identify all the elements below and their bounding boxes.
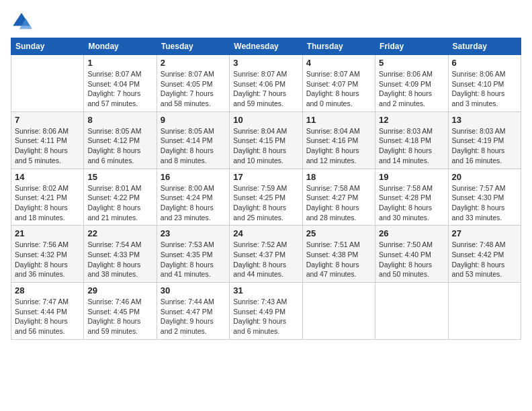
day-header-monday: Monday [84, 38, 157, 55]
day-cell: 15Sunrise: 8:01 AM Sunset: 4:22 PM Dayli… [84, 169, 157, 226]
day-cell: 1Sunrise: 8:07 AM Sunset: 4:04 PM Daylig… [84, 55, 157, 112]
day-number: 3 [233, 58, 298, 68]
day-cell [302, 283, 375, 340]
week-row-5: 28Sunrise: 7:47 AM Sunset: 4:44 PM Dayli… [11, 283, 521, 340]
day-info: Sunrise: 8:01 AM Sunset: 4:22 PM Dayligh… [87, 183, 152, 223]
day-cell: 24Sunrise: 7:52 AM Sunset: 4:37 PM Dayli… [230, 226, 302, 283]
day-info: Sunrise: 8:04 AM Sunset: 4:15 PM Dayligh… [233, 126, 298, 166]
day-info: Sunrise: 7:53 AM Sunset: 4:35 PM Dayligh… [161, 240, 226, 279]
day-info: Sunrise: 7:54 AM Sunset: 4:33 PM Dayligh… [87, 240, 152, 279]
day-number: 19 [379, 172, 444, 182]
day-info: Sunrise: 8:07 AM Sunset: 4:04 PM Dayligh… [87, 69, 152, 109]
day-number: 5 [379, 58, 444, 68]
day-info: Sunrise: 7:58 AM Sunset: 4:28 PM Dayligh… [379, 183, 444, 223]
day-number: 16 [161, 172, 226, 182]
day-number: 23 [161, 228, 226, 238]
day-number: 13 [452, 115, 517, 125]
day-cell: 14Sunrise: 8:02 AM Sunset: 4:21 PM Dayli… [11, 169, 84, 226]
week-row-1: 1Sunrise: 8:07 AM Sunset: 4:04 PM Daylig… [11, 55, 521, 112]
day-info: Sunrise: 7:59 AM Sunset: 4:25 PM Dayligh… [233, 183, 298, 223]
day-header-thursday: Thursday [302, 38, 375, 55]
day-cell: 16Sunrise: 8:00 AM Sunset: 4:24 PM Dayli… [157, 169, 229, 226]
day-number: 17 [233, 172, 298, 182]
day-number: 1 [87, 58, 152, 68]
day-info: Sunrise: 8:05 AM Sunset: 4:12 PM Dayligh… [87, 126, 152, 166]
day-info: Sunrise: 7:46 AM Sunset: 4:45 PM Dayligh… [87, 297, 152, 336]
day-number: 10 [233, 115, 298, 125]
day-info: Sunrise: 8:00 AM Sunset: 4:24 PM Dayligh… [161, 183, 226, 223]
day-cell: 20Sunrise: 7:57 AM Sunset: 4:30 PM Dayli… [448, 169, 521, 226]
week-row-3: 14Sunrise: 8:02 AM Sunset: 4:21 PM Dayli… [11, 169, 521, 226]
page-header [11, 11, 521, 32]
day-info: Sunrise: 7:43 AM Sunset: 4:49 PM Dayligh… [233, 297, 298, 336]
day-cell: 23Sunrise: 7:53 AM Sunset: 4:35 PM Dayli… [157, 226, 229, 283]
day-number: 27 [452, 228, 517, 238]
header-row: SundayMondayTuesdayWednesdayThursdayFrid… [11, 38, 521, 55]
day-info: Sunrise: 8:06 AM Sunset: 4:09 PM Dayligh… [379, 69, 444, 109]
day-cell: 21Sunrise: 7:56 AM Sunset: 4:32 PM Dayli… [11, 226, 84, 283]
day-info: Sunrise: 7:56 AM Sunset: 4:32 PM Dayligh… [15, 240, 80, 279]
day-cell: 7Sunrise: 8:06 AM Sunset: 4:11 PM Daylig… [11, 111, 84, 169]
day-cell [11, 55, 84, 112]
day-cell [448, 283, 521, 340]
day-info: Sunrise: 8:02 AM Sunset: 4:21 PM Dayligh… [15, 183, 80, 223]
day-cell: 26Sunrise: 7:50 AM Sunset: 4:40 PM Dayli… [375, 226, 448, 283]
day-cell: 27Sunrise: 7:48 AM Sunset: 4:42 PM Dayli… [448, 226, 521, 283]
day-number: 21 [15, 228, 80, 238]
day-cell: 19Sunrise: 7:58 AM Sunset: 4:28 PM Dayli… [375, 169, 448, 226]
day-number: 31 [233, 285, 298, 295]
day-header-saturday: Saturday [448, 38, 521, 55]
logo [11, 11, 35, 32]
day-header-friday: Friday [375, 38, 448, 55]
day-info: Sunrise: 7:50 AM Sunset: 4:40 PM Dayligh… [379, 240, 444, 279]
day-cell: 2Sunrise: 8:07 AM Sunset: 4:05 PM Daylig… [157, 55, 229, 112]
logo-icon [11, 11, 32, 32]
day-number: 26 [379, 228, 444, 238]
day-info: Sunrise: 7:51 AM Sunset: 4:38 PM Dayligh… [306, 240, 371, 279]
day-number: 8 [87, 115, 152, 125]
day-cell: 25Sunrise: 7:51 AM Sunset: 4:38 PM Dayli… [302, 226, 375, 283]
day-info: Sunrise: 8:04 AM Sunset: 4:16 PM Dayligh… [306, 126, 371, 166]
day-info: Sunrise: 7:52 AM Sunset: 4:37 PM Dayligh… [233, 240, 298, 279]
day-cell: 4Sunrise: 8:07 AM Sunset: 4:07 PM Daylig… [302, 55, 375, 112]
day-cell: 30Sunrise: 7:44 AM Sunset: 4:47 PM Dayli… [157, 283, 229, 340]
day-number: 20 [452, 172, 517, 182]
day-number: 29 [87, 285, 152, 295]
day-header-tuesday: Tuesday [157, 38, 229, 55]
day-cell [375, 283, 448, 340]
day-cell: 11Sunrise: 8:04 AM Sunset: 4:16 PM Dayli… [302, 111, 375, 169]
day-cell: 12Sunrise: 8:03 AM Sunset: 4:18 PM Dayli… [375, 111, 448, 169]
day-info: Sunrise: 8:06 AM Sunset: 4:11 PM Dayligh… [15, 126, 80, 166]
day-cell: 17Sunrise: 7:59 AM Sunset: 4:25 PM Dayli… [230, 169, 302, 226]
day-number: 2 [161, 58, 226, 68]
day-number: 24 [233, 228, 298, 238]
day-cell: 28Sunrise: 7:47 AM Sunset: 4:44 PM Dayli… [11, 283, 84, 340]
day-cell: 9Sunrise: 8:05 AM Sunset: 4:14 PM Daylig… [157, 111, 229, 169]
day-number: 18 [306, 172, 371, 182]
day-cell: 10Sunrise: 8:04 AM Sunset: 4:15 PM Dayli… [230, 111, 302, 169]
day-cell: 6Sunrise: 8:06 AM Sunset: 4:10 PM Daylig… [448, 55, 521, 112]
day-info: Sunrise: 8:05 AM Sunset: 4:14 PM Dayligh… [161, 126, 226, 166]
day-cell: 3Sunrise: 8:07 AM Sunset: 4:06 PM Daylig… [230, 55, 302, 112]
calendar-table: SundayMondayTuesdayWednesdayThursdayFrid… [11, 38, 521, 340]
day-info: Sunrise: 8:07 AM Sunset: 4:07 PM Dayligh… [306, 69, 371, 109]
day-number: 25 [306, 228, 371, 238]
day-header-sunday: Sunday [11, 38, 84, 55]
day-number: 22 [87, 228, 152, 238]
day-cell: 13Sunrise: 8:03 AM Sunset: 4:19 PM Dayli… [448, 111, 521, 169]
week-row-2: 7Sunrise: 8:06 AM Sunset: 4:11 PM Daylig… [11, 111, 521, 169]
day-number: 6 [452, 58, 517, 68]
day-number: 9 [161, 115, 226, 125]
day-cell: 5Sunrise: 8:06 AM Sunset: 4:09 PM Daylig… [375, 55, 448, 112]
day-cell: 31Sunrise: 7:43 AM Sunset: 4:49 PM Dayli… [230, 283, 302, 340]
day-info: Sunrise: 8:03 AM Sunset: 4:18 PM Dayligh… [379, 126, 444, 166]
day-cell: 22Sunrise: 7:54 AM Sunset: 4:33 PM Dayli… [84, 226, 157, 283]
day-info: Sunrise: 7:48 AM Sunset: 4:42 PM Dayligh… [452, 240, 517, 279]
day-number: 28 [15, 285, 80, 295]
day-info: Sunrise: 7:44 AM Sunset: 4:47 PM Dayligh… [161, 297, 226, 336]
day-info: Sunrise: 8:07 AM Sunset: 4:05 PM Dayligh… [161, 69, 226, 109]
day-number: 30 [161, 285, 226, 295]
day-info: Sunrise: 7:57 AM Sunset: 4:30 PM Dayligh… [452, 183, 517, 223]
day-number: 7 [15, 115, 80, 125]
day-header-wednesday: Wednesday [230, 38, 302, 55]
